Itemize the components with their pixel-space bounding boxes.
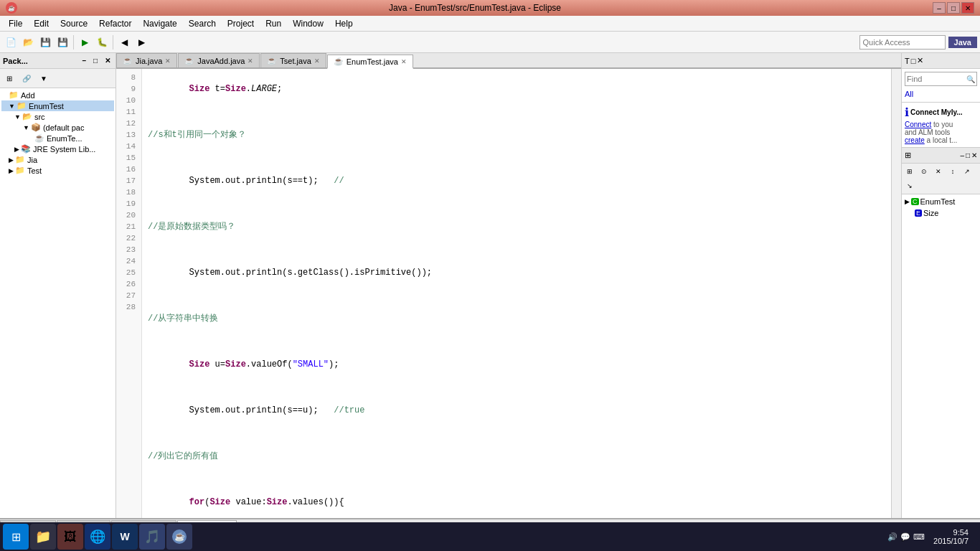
tree-item-src[interactable]: ▼ 📂 src	[1, 111, 114, 122]
code-line-9	[148, 106, 885, 118]
package-icon: 📦	[31, 123, 41, 132]
outline-item-enumtest[interactable]: ▶ C EnumTest	[903, 196, 979, 207]
link-with-editor-button[interactable]: 🔗	[19, 70, 34, 86]
forward-button[interactable]: ▶	[133, 34, 149, 50]
save-button[interactable]: 💾	[37, 34, 53, 50]
code-line-16: System.out.println(s.getClass().isPrimit…	[148, 267, 885, 278]
outline-header: ⊞ – □ ✕	[902, 148, 980, 164]
tree-item-jia[interactable]: ▶ 📁 Jia	[1, 154, 114, 165]
code-editor[interactable]: 8 9 10 11 12 13 14 15 16 17 18 19 20 21 …	[116, 69, 901, 518]
menu-run[interactable]: Run	[260, 17, 287, 30]
code-line-14: //是原始数据类型吗？	[148, 221, 885, 232]
taskbar-file-explorer[interactable]: 📁	[30, 524, 56, 550]
code-line-15	[148, 244, 885, 255]
package-explorer-minimize[interactable]: –	[80, 56, 88, 65]
taskbar-word[interactable]: W	[112, 524, 138, 550]
back-button[interactable]: ◀	[116, 34, 132, 50]
code-line-23	[148, 428, 885, 439]
tab-enumtest-java[interactable]: ☕ EnumTest.java ✕	[327, 55, 413, 69]
code-line-22: System.out.println(s==u); //true	[148, 405, 885, 416]
all-link[interactable]: All	[905, 90, 913, 98]
collapse-all-button[interactable]: ⊞	[1, 70, 17, 86]
window-title: Java - EnumTest/src/EnumTest.java - Ecli…	[17, 3, 933, 13]
java-file-icon: ☕	[34, 133, 44, 143]
connect-text: to you	[933, 121, 953, 128]
tree-item-enumtest[interactable]: ▼ 📁 EnumTest	[1, 100, 114, 111]
menu-navigate[interactable]: Navigate	[137, 17, 182, 30]
start-button[interactable]: ⊞	[3, 524, 29, 550]
run-button[interactable]: ▶	[77, 34, 93, 50]
tree-item-enumtest-file[interactable]: ☕ EnumTe...	[1, 133, 114, 143]
class-icon: C	[911, 198, 919, 205]
outline-ctrl-3[interactable]: ✕	[971, 151, 977, 159]
tab-close-icon[interactable]: ✕	[248, 57, 253, 65]
taskbar-eclipse[interactable]: ☕	[166, 524, 192, 550]
menu-refactor[interactable]: Refactor	[93, 17, 137, 30]
find-input[interactable]	[905, 75, 965, 83]
alm-text: and ALM tools	[905, 128, 950, 136]
tab-close-icon[interactable]: ✕	[401, 58, 407, 65]
tree-item-add[interactable]: 📁 Add	[1, 90, 114, 100]
editor-scrollbar[interactable]	[891, 69, 901, 518]
tree-item-test[interactable]: ▶ 📁 Test	[1, 165, 114, 176]
code-line-10: //s和t引用同一个对象？	[148, 129, 885, 141]
tab-label: Tset.java	[280, 57, 311, 65]
outline-toolbar-btn-4[interactable]: ↕	[946, 165, 959, 178]
quick-access-input[interactable]	[859, 35, 946, 50]
outline-ctrl-1[interactable]: –	[960, 151, 964, 159]
expand-icon: ▶	[9, 156, 14, 164]
tab-close-icon[interactable]: ✕	[314, 57, 320, 65]
expand-icon: ▼	[23, 124, 29, 131]
menu-help[interactable]: Help	[329, 17, 359, 30]
outline-item-size[interactable]: E Size	[903, 207, 979, 219]
taskbar-browser[interactable]: 🌐	[85, 524, 110, 550]
menu-file[interactable]: File	[3, 17, 28, 30]
connect-link[interactable]: Connect	[905, 121, 931, 128]
code-line-18: //从字符串中转换	[148, 313, 885, 324]
outline-ctrl-2[interactable]: □	[966, 151, 970, 159]
outline-toolbar-btn-1[interactable]: ⊞	[903, 165, 916, 178]
minimize-button[interactable]: –	[933, 2, 946, 14]
outline-toolbar-btn-2[interactable]: ⊙	[918, 165, 930, 178]
tab-close-icon[interactable]: ✕	[165, 57, 171, 65]
maximize-button[interactable]: □	[947, 2, 960, 14]
view-menu-button[interactable]: ▼	[36, 70, 52, 86]
panel-close-icon[interactable]: ✕	[917, 56, 923, 65]
task-repos-icon: T	[905, 57, 910, 65]
save-all-button[interactable]: 💾	[55, 34, 70, 50]
new-button[interactable]: 📄	[3, 34, 19, 50]
tab-label: Jia.java	[136, 57, 162, 65]
tab-tset-java[interactable]: ☕ Tset.java ✕	[260, 53, 326, 67]
java-perspective-badge[interactable]: Java	[948, 37, 977, 48]
search-icon[interactable]: 🔍	[965, 75, 976, 83]
tree-item-jre[interactable]: ▶ 📚 JRE System Lib...	[1, 143, 114, 154]
connect-panel: ℹ Connect Myly... Connect to you and ALM…	[902, 102, 980, 147]
open-button[interactable]: 📂	[20, 34, 36, 50]
outline-toolbar-btn-5[interactable]: ↗	[961, 165, 974, 178]
close-button[interactable]: ✕	[961, 2, 974, 14]
expand-icon: ▶	[9, 167, 14, 174]
panel-ctrl[interactable]: □	[911, 57, 916, 65]
menu-edit[interactable]: Edit	[28, 17, 55, 30]
taskbar-app5[interactable]: 🎵	[139, 524, 165, 550]
menu-project[interactable]: Project	[222, 17, 260, 30]
tree-item-default-package[interactable]: ▼ 📦 (default pac	[1, 122, 114, 133]
taskbar-powerpoint[interactable]: 🖼	[57, 524, 83, 550]
debug-button[interactable]: 🐛	[94, 34, 110, 50]
java-file-icon: ☕	[267, 56, 277, 65]
package-explorer-close[interactable]: ✕	[103, 56, 113, 65]
menu-source[interactable]: Source	[55, 17, 93, 30]
create-link[interactable]: create	[905, 136, 925, 144]
package-explorer-maximize[interactable]: □	[91, 56, 100, 65]
outline-toolbar-btn-3[interactable]: ✕	[932, 165, 945, 178]
outline-toolbar-btn-6[interactable]: ↘	[903, 179, 916, 192]
code-content[interactable]: Size t=Size.LARGE; //s和t引用同一个对象？ System.…	[142, 69, 891, 518]
tab-javaadd-java[interactable]: ☕ JavaAdd.java ✕	[178, 53, 260, 67]
search-panel: 🔍 All	[902, 69, 980, 102]
tab-jia-java[interactable]: ☕ Jia.java ✕	[116, 53, 177, 67]
package-explorer-header: Pack... – □ ✕	[0, 53, 116, 69]
menu-search[interactable]: Search	[183, 17, 222, 30]
editor-content[interactable]: 8 9 10 11 12 13 14 15 16 17 18 19 20 21 …	[116, 69, 901, 518]
menu-window[interactable]: Window	[287, 17, 329, 30]
outline-tree: ▶ C EnumTest E Size	[902, 194, 980, 220]
